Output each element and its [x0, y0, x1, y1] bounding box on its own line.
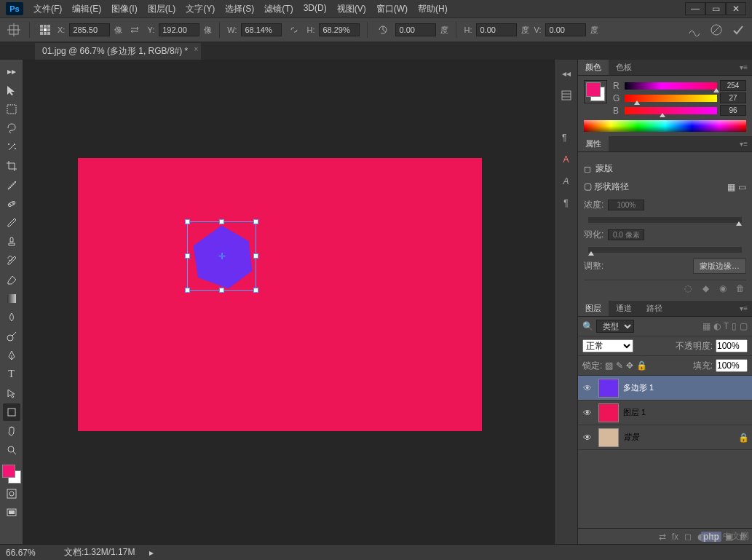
sv-input[interactable]: [545, 23, 586, 36]
styles-panel-icon[interactable]: A: [558, 173, 574, 189]
eyedropper-tool[interactable]: [3, 176, 20, 194]
load-sel-icon[interactable]: ◌: [682, 283, 694, 293]
mask-edge-button[interactable]: 蒙版边缘…: [693, 259, 746, 274]
menu-select[interactable]: 选择(S): [221, 1, 258, 17]
disable-mask-icon[interactable]: ◉: [717, 283, 729, 293]
tab-swatches[interactable]: 色板: [609, 60, 639, 75]
document-tab[interactable]: 01.jpg @ 66.7% (多边形 1, RGB/8#) * ×: [35, 43, 201, 60]
lock-trans-icon[interactable]: ▨: [605, 360, 613, 371]
lock-pos-icon[interactable]: ✥: [626, 360, 633, 371]
handle-br[interactable]: [253, 288, 258, 293]
marquee-tool[interactable]: [3, 100, 20, 118]
ref-point-icon[interactable]: [37, 22, 53, 38]
type-tool[interactable]: T: [3, 366, 20, 383]
opacity-input[interactable]: [716, 339, 748, 352]
canvas-area[interactable]: ✛: [23, 60, 554, 544]
path-select-tool[interactable]: [3, 384, 20, 402]
color-spectrum[interactable]: [584, 120, 746, 132]
layer-name[interactable]: 多边形 1: [623, 382, 654, 393]
layer-row[interactable]: 👁 图层 1: [578, 401, 752, 425]
glyph-panel-icon[interactable]: ¶: [558, 195, 574, 211]
eraser-tool[interactable]: [3, 271, 20, 288]
menu-view[interactable]: 视图(V): [333, 1, 371, 17]
color-panel-menu-icon[interactable]: ▾≡: [735, 63, 752, 71]
layer-thumb[interactable]: [598, 403, 619, 422]
visibility-icon[interactable]: 👁: [581, 383, 594, 393]
transform-bbox[interactable]: ✛: [187, 221, 256, 291]
transform-icon[interactable]: [6, 22, 22, 38]
warp-icon[interactable]: [686, 22, 702, 38]
layer-row[interactable]: 👁 多边形 1: [578, 376, 752, 401]
para-panel-icon[interactable]: A: [558, 151, 574, 167]
menu-window[interactable]: 窗口(W): [372, 1, 412, 17]
menu-type[interactable]: 文字(Y): [181, 1, 219, 17]
doc-info-arrow-icon[interactable]: ▸: [149, 548, 154, 558]
lasso-tool[interactable]: [3, 119, 20, 137]
filter-type-icon[interactable]: T: [724, 321, 729, 331]
pen-tool[interactable]: [3, 347, 20, 364]
filter-shape-icon[interactable]: ▯: [732, 321, 737, 331]
layer-thumb[interactable]: [598, 428, 619, 447]
delete-mask-icon[interactable]: 🗑: [735, 283, 746, 293]
history-brush-tool[interactable]: [3, 252, 20, 269]
density-input[interactable]: [608, 200, 644, 210]
handle-tc[interactable]: [219, 219, 224, 224]
layers-panel-menu-icon[interactable]: ▾≡: [735, 304, 752, 312]
tab-color[interactable]: 颜色: [578, 60, 609, 75]
b-slider[interactable]: [625, 107, 717, 114]
doc-info[interactable]: 文档:1.32M/1.17M: [64, 546, 135, 559]
blur-tool[interactable]: [3, 309, 20, 326]
heal-tool[interactable]: [3, 195, 20, 213]
screenmode-tool[interactable]: [3, 504, 20, 521]
dodge-tool[interactable]: [3, 328, 20, 345]
handle-tr[interactable]: [253, 219, 258, 224]
layer-row[interactable]: 👁 背景 🔒: [578, 425, 752, 450]
link-wh-icon[interactable]: [286, 22, 302, 38]
char-panel-icon[interactable]: ¶: [558, 130, 574, 146]
crop-tool[interactable]: [3, 157, 20, 175]
w-input[interactable]: [241, 23, 282, 36]
rotate-icon[interactable]: [375, 22, 391, 38]
layer-thumb[interactable]: [598, 379, 619, 398]
menu-edit[interactable]: 编辑(E): [68, 1, 106, 17]
minimize-button[interactable]: —: [685, 2, 705, 15]
handle-ml[interactable]: [185, 253, 190, 259]
tab-paths[interactable]: 路径: [639, 301, 670, 316]
menu-file[interactable]: 文件(F): [29, 1, 66, 17]
b-value[interactable]: [720, 105, 746, 116]
tab-channels[interactable]: 通道: [609, 301, 639, 316]
feather-input[interactable]: [608, 229, 644, 240]
handle-bl[interactable]: [185, 288, 190, 293]
fg-swatch[interactable]: [2, 465, 15, 478]
link-layers-icon[interactable]: ⇄: [659, 532, 666, 542]
color-swatches[interactable]: [2, 465, 21, 484]
hand-tool[interactable]: [3, 422, 20, 440]
filter-smart-icon[interactable]: ▢: [740, 321, 748, 331]
fx-icon[interactable]: fx: [672, 532, 678, 542]
rot-input[interactable]: [395, 23, 436, 36]
canvas[interactable]: ✛: [78, 158, 482, 431]
cancel-icon[interactable]: [708, 22, 724, 38]
lock-all-icon[interactable]: 🔒: [636, 360, 647, 371]
mask-icon[interactable]: ◻: [684, 532, 692, 542]
filter-pixel-icon[interactable]: ▦: [702, 321, 711, 331]
commit-icon[interactable]: [730, 22, 746, 38]
maximize-button[interactable]: ▭: [705, 2, 726, 15]
color-fg-box[interactable]: [586, 82, 601, 97]
handle-bc[interactable]: [219, 288, 224, 293]
menu-3d[interactable]: 3D(D): [299, 1, 331, 17]
shape-tool[interactable]: [3, 403, 20, 421]
filter-icon[interactable]: 🔍: [582, 321, 593, 331]
zoom-display[interactable]: 66.67%: [6, 548, 50, 558]
move-tool[interactable]: [3, 82, 20, 99]
fill-input[interactable]: [716, 359, 748, 372]
close-tab-icon[interactable]: ×: [194, 45, 198, 53]
expand-icon[interactable]: ▸▸: [3, 63, 20, 80]
menu-image[interactable]: 图像(I): [107, 1, 141, 17]
color-preview[interactable]: [584, 80, 607, 103]
y-input[interactable]: [159, 23, 199, 36]
apply-mask-icon[interactable]: ◆: [700, 283, 711, 293]
swap-xy-icon[interactable]: [127, 22, 143, 38]
x-input[interactable]: [69, 23, 110, 36]
menu-help[interactable]: 帮助(H): [413, 1, 452, 17]
